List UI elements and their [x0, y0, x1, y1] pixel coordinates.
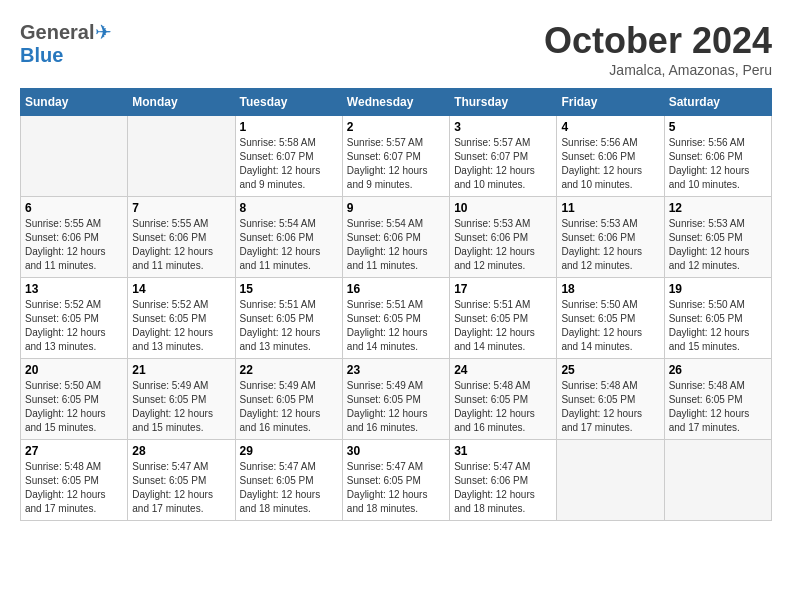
- day-info: Sunrise: 5:47 AM Sunset: 6:06 PM Dayligh…: [454, 460, 552, 516]
- day-info: Sunrise: 5:47 AM Sunset: 6:05 PM Dayligh…: [347, 460, 445, 516]
- calendar-cell: [664, 440, 771, 521]
- day-info: Sunrise: 5:53 AM Sunset: 6:05 PM Dayligh…: [669, 217, 767, 273]
- header-cell-thursday: Thursday: [450, 89, 557, 116]
- day-info: Sunrise: 5:47 AM Sunset: 6:05 PM Dayligh…: [132, 460, 230, 516]
- calendar-cell: 27Sunrise: 5:48 AM Sunset: 6:05 PM Dayli…: [21, 440, 128, 521]
- day-info: Sunrise: 5:48 AM Sunset: 6:05 PM Dayligh…: [454, 379, 552, 435]
- calendar-cell: 15Sunrise: 5:51 AM Sunset: 6:05 PM Dayli…: [235, 278, 342, 359]
- day-info: Sunrise: 5:53 AM Sunset: 6:06 PM Dayligh…: [561, 217, 659, 273]
- calendar-cell: 31Sunrise: 5:47 AM Sunset: 6:06 PM Dayli…: [450, 440, 557, 521]
- logo-bird-icon: ✈: [95, 20, 112, 44]
- logo: General ✈ Blue: [20, 20, 112, 67]
- day-number: 21: [132, 363, 230, 377]
- day-number: 24: [454, 363, 552, 377]
- day-number: 7: [132, 201, 230, 215]
- day-info: Sunrise: 5:48 AM Sunset: 6:05 PM Dayligh…: [25, 460, 123, 516]
- day-number: 1: [240, 120, 338, 134]
- logo-general: General: [20, 21, 94, 44]
- day-number: 10: [454, 201, 552, 215]
- month-title: October 2024: [544, 20, 772, 62]
- day-info: Sunrise: 5:49 AM Sunset: 6:05 PM Dayligh…: [132, 379, 230, 435]
- calendar-cell: [128, 116, 235, 197]
- calendar-cell: 26Sunrise: 5:48 AM Sunset: 6:05 PM Dayli…: [664, 359, 771, 440]
- calendar-cell: 1Sunrise: 5:58 AM Sunset: 6:07 PM Daylig…: [235, 116, 342, 197]
- day-info: Sunrise: 5:49 AM Sunset: 6:05 PM Dayligh…: [240, 379, 338, 435]
- day-number: 25: [561, 363, 659, 377]
- calendar-cell: 25Sunrise: 5:48 AM Sunset: 6:05 PM Dayli…: [557, 359, 664, 440]
- day-number: 13: [25, 282, 123, 296]
- header-cell-saturday: Saturday: [664, 89, 771, 116]
- calendar-cell: 18Sunrise: 5:50 AM Sunset: 6:05 PM Dayli…: [557, 278, 664, 359]
- calendar-cell: 7Sunrise: 5:55 AM Sunset: 6:06 PM Daylig…: [128, 197, 235, 278]
- calendar-cell: 14Sunrise: 5:52 AM Sunset: 6:05 PM Dayli…: [128, 278, 235, 359]
- header-cell-friday: Friday: [557, 89, 664, 116]
- day-info: Sunrise: 5:52 AM Sunset: 6:05 PM Dayligh…: [132, 298, 230, 354]
- day-info: Sunrise: 5:51 AM Sunset: 6:05 PM Dayligh…: [454, 298, 552, 354]
- day-number: 18: [561, 282, 659, 296]
- day-number: 12: [669, 201, 767, 215]
- title-area: October 2024 Jamalca, Amazonas, Peru: [544, 20, 772, 78]
- calendar-cell: [21, 116, 128, 197]
- calendar-cell: 12Sunrise: 5:53 AM Sunset: 6:05 PM Dayli…: [664, 197, 771, 278]
- day-number: 22: [240, 363, 338, 377]
- calendar-cell: 5Sunrise: 5:56 AM Sunset: 6:06 PM Daylig…: [664, 116, 771, 197]
- day-info: Sunrise: 5:51 AM Sunset: 6:05 PM Dayligh…: [347, 298, 445, 354]
- day-info: Sunrise: 5:52 AM Sunset: 6:05 PM Dayligh…: [25, 298, 123, 354]
- calendar-cell: 2Sunrise: 5:57 AM Sunset: 6:07 PM Daylig…: [342, 116, 449, 197]
- header-row: SundayMondayTuesdayWednesdayThursdayFrid…: [21, 89, 772, 116]
- day-number: 30: [347, 444, 445, 458]
- week-row-2: 6Sunrise: 5:55 AM Sunset: 6:06 PM Daylig…: [21, 197, 772, 278]
- day-info: Sunrise: 5:57 AM Sunset: 6:07 PM Dayligh…: [347, 136, 445, 192]
- day-number: 11: [561, 201, 659, 215]
- calendar-cell: 30Sunrise: 5:47 AM Sunset: 6:05 PM Dayli…: [342, 440, 449, 521]
- calendar-cell: [557, 440, 664, 521]
- calendar-cell: 11Sunrise: 5:53 AM Sunset: 6:06 PM Dayli…: [557, 197, 664, 278]
- calendar-cell: 29Sunrise: 5:47 AM Sunset: 6:05 PM Dayli…: [235, 440, 342, 521]
- day-number: 20: [25, 363, 123, 377]
- day-number: 17: [454, 282, 552, 296]
- day-number: 19: [669, 282, 767, 296]
- week-row-5: 27Sunrise: 5:48 AM Sunset: 6:05 PM Dayli…: [21, 440, 772, 521]
- calendar-cell: 13Sunrise: 5:52 AM Sunset: 6:05 PM Dayli…: [21, 278, 128, 359]
- week-row-1: 1Sunrise: 5:58 AM Sunset: 6:07 PM Daylig…: [21, 116, 772, 197]
- header-cell-monday: Monday: [128, 89, 235, 116]
- day-info: Sunrise: 5:49 AM Sunset: 6:05 PM Dayligh…: [347, 379, 445, 435]
- logo-blue: Blue: [20, 44, 63, 67]
- day-info: Sunrise: 5:48 AM Sunset: 6:05 PM Dayligh…: [669, 379, 767, 435]
- day-info: Sunrise: 5:56 AM Sunset: 6:06 PM Dayligh…: [561, 136, 659, 192]
- calendar-cell: 6Sunrise: 5:55 AM Sunset: 6:06 PM Daylig…: [21, 197, 128, 278]
- day-info: Sunrise: 5:57 AM Sunset: 6:07 PM Dayligh…: [454, 136, 552, 192]
- calendar-cell: 24Sunrise: 5:48 AM Sunset: 6:05 PM Dayli…: [450, 359, 557, 440]
- header: General ✈ Blue October 2024 Jamalca, Ama…: [20, 20, 772, 78]
- day-info: Sunrise: 5:47 AM Sunset: 6:05 PM Dayligh…: [240, 460, 338, 516]
- day-number: 26: [669, 363, 767, 377]
- day-info: Sunrise: 5:54 AM Sunset: 6:06 PM Dayligh…: [240, 217, 338, 273]
- calendar-cell: 10Sunrise: 5:53 AM Sunset: 6:06 PM Dayli…: [450, 197, 557, 278]
- header-cell-wednesday: Wednesday: [342, 89, 449, 116]
- calendar-cell: 23Sunrise: 5:49 AM Sunset: 6:05 PM Dayli…: [342, 359, 449, 440]
- day-number: 4: [561, 120, 659, 134]
- day-number: 2: [347, 120, 445, 134]
- day-info: Sunrise: 5:56 AM Sunset: 6:06 PM Dayligh…: [669, 136, 767, 192]
- header-cell-tuesday: Tuesday: [235, 89, 342, 116]
- day-info: Sunrise: 5:51 AM Sunset: 6:05 PM Dayligh…: [240, 298, 338, 354]
- day-info: Sunrise: 5:55 AM Sunset: 6:06 PM Dayligh…: [132, 217, 230, 273]
- calendar-table: SundayMondayTuesdayWednesdayThursdayFrid…: [20, 88, 772, 521]
- day-number: 8: [240, 201, 338, 215]
- calendar-cell: 28Sunrise: 5:47 AM Sunset: 6:05 PM Dayli…: [128, 440, 235, 521]
- day-number: 28: [132, 444, 230, 458]
- day-number: 9: [347, 201, 445, 215]
- calendar-cell: 4Sunrise: 5:56 AM Sunset: 6:06 PM Daylig…: [557, 116, 664, 197]
- calendar-cell: 22Sunrise: 5:49 AM Sunset: 6:05 PM Dayli…: [235, 359, 342, 440]
- subtitle: Jamalca, Amazonas, Peru: [544, 62, 772, 78]
- day-info: Sunrise: 5:50 AM Sunset: 6:05 PM Dayligh…: [25, 379, 123, 435]
- header-cell-sunday: Sunday: [21, 89, 128, 116]
- day-number: 15: [240, 282, 338, 296]
- calendar-cell: 21Sunrise: 5:49 AM Sunset: 6:05 PM Dayli…: [128, 359, 235, 440]
- calendar-cell: 8Sunrise: 5:54 AM Sunset: 6:06 PM Daylig…: [235, 197, 342, 278]
- day-number: 31: [454, 444, 552, 458]
- day-info: Sunrise: 5:48 AM Sunset: 6:05 PM Dayligh…: [561, 379, 659, 435]
- day-number: 6: [25, 201, 123, 215]
- week-row-4: 20Sunrise: 5:50 AM Sunset: 6:05 PM Dayli…: [21, 359, 772, 440]
- day-number: 27: [25, 444, 123, 458]
